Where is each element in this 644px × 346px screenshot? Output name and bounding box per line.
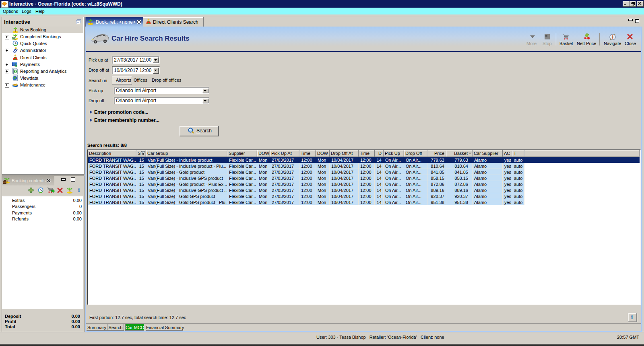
svg-text:$: $ (14, 62, 17, 68)
